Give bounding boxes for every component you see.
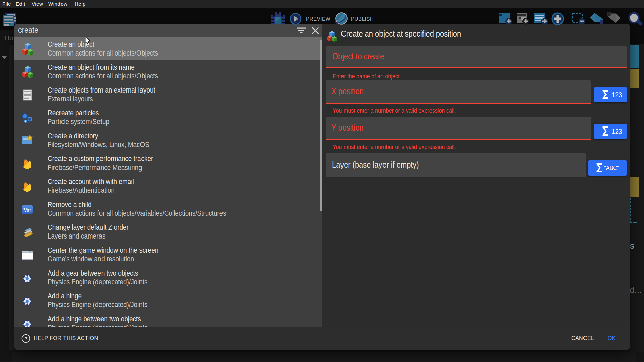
svg-text:?: ? <box>24 336 27 341</box>
svg-text:Var: Var <box>23 207 31 213</box>
